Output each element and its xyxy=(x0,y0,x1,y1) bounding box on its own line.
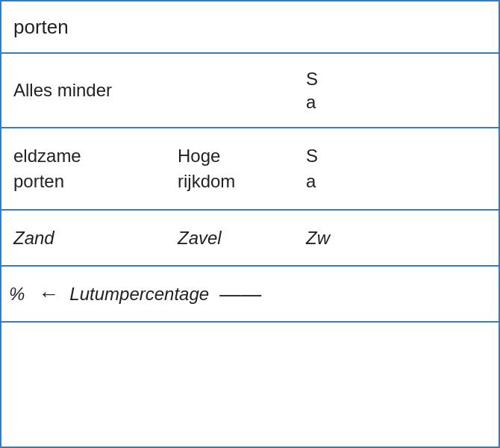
cell-s-a-3: Sa xyxy=(300,134,499,202)
cell-alles-minder: Alles minder xyxy=(1,71,166,110)
lutum-row: % ← Lutumpercentage —— xyxy=(1,273,499,315)
cell-eldzame-porten: eldzameporten xyxy=(1,134,166,202)
cell-bottom-empty xyxy=(1,323,25,360)
cell-hoge-rijkdom: Hogerijkdom xyxy=(166,134,300,202)
lutum-label: Lutumpercentage xyxy=(69,284,209,305)
cell-zavel: Zavel xyxy=(166,217,300,260)
main-table: porten Alles minder Sa eldzameporten Hog… xyxy=(0,0,500,448)
table-border: porten Alles minder Sa eldzameporten Hog… xyxy=(0,0,500,448)
table-row-4: Zand Zavel Zw xyxy=(1,211,499,267)
cell-zw: Zw xyxy=(300,217,499,260)
arrow-left-icon: ← xyxy=(38,282,59,306)
table-row-2: Alles minder Sa xyxy=(1,54,499,128)
table-row-3: eldzameporten Hogerijkdom Sa xyxy=(1,128,499,211)
cell-empty-2 xyxy=(166,81,300,99)
table-row-6 xyxy=(1,323,499,360)
cell-porten: porten xyxy=(1,7,499,48)
table-row-1: porten xyxy=(1,1,499,54)
percent-label: % xyxy=(9,284,25,305)
cell-s-a: Sa xyxy=(300,58,499,122)
arrow-right-icon: —— xyxy=(219,282,261,306)
cell-zand: Zand xyxy=(1,217,166,260)
cell-s-a-text: Sa xyxy=(306,69,318,112)
cell-s-a-3-text: Sa xyxy=(306,146,318,191)
cell-hoge-rijkdom-text: Hogerijkdom xyxy=(178,146,235,191)
cell-eldzame-porten-text: eldzameporten xyxy=(13,146,81,191)
table-row-5: % ← Lutumpercentage —— xyxy=(1,267,499,323)
